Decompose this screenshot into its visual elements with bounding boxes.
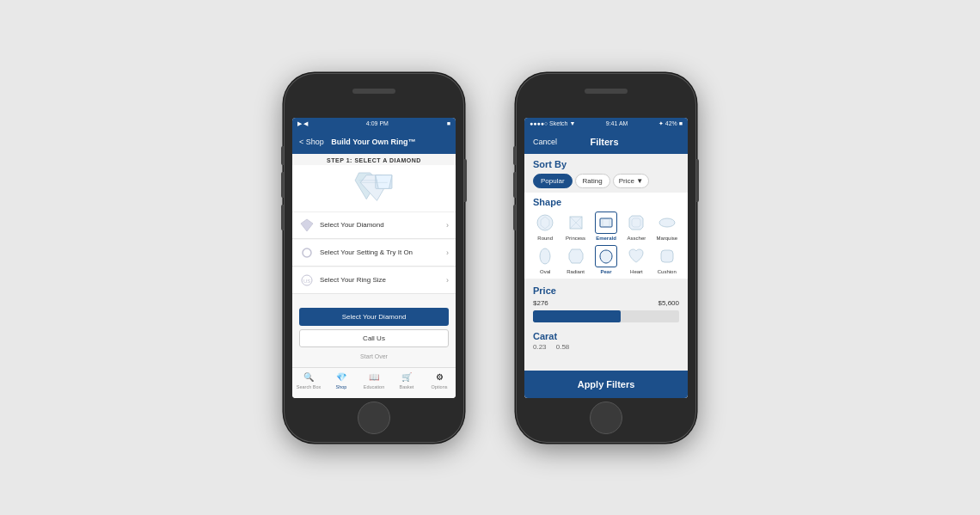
sort-price-button[interactable]: Price ▼ [613, 174, 649, 188]
scene: ▶ ◀ 4:09 PM ■ < Shop Build Your Own Ring… [0, 0, 980, 515]
ring-icon [299, 245, 315, 261]
shape-oval[interactable]: Oval [531, 245, 559, 274]
shape-cushion[interactable]: Cushion [653, 245, 681, 274]
basket-icon: 🛒 [401, 371, 413, 383]
cancel-button[interactable]: Cancel [533, 138, 557, 146]
tab-basket-label: Basket [400, 384, 414, 389]
phone-1-screen: ▶ ◀ 4:09 PM ■ < Shop Build Your Own Ring… [292, 118, 456, 398]
carat-min: 0.23 [533, 343, 547, 351]
shape-round[interactable]: Round [531, 212, 559, 241]
step-header: STEP 1: SELECT A DIAMOND [292, 154, 456, 165]
sort-by-title: Sort By [533, 159, 679, 169]
shape-grid: Round Princess [531, 212, 681, 274]
asscher-label: Asscher [628, 236, 646, 241]
tab-education-label: Education [364, 384, 384, 389]
shape-asscher[interactable]: Asscher [622, 212, 650, 241]
home-button-1[interactable] [358, 402, 390, 434]
svg-point-20 [659, 218, 675, 227]
menu-item-setting[interactable]: Select Your Setting & Try It On › [292, 240, 456, 267]
price-range: $276 $5,600 [533, 299, 679, 307]
marquise-label: Marquise [656, 236, 677, 241]
menu-item-text-2: Select Your Setting & Try It On [320, 248, 441, 256]
select-diamond-button[interactable]: Select Your Diamond [299, 308, 449, 326]
chevron-right-icon-3: › [446, 276, 449, 285]
diamond-illustration [344, 169, 404, 207]
call-us-button[interactable]: Call Us [299, 329, 449, 347]
volume-up-button [281, 172, 284, 198]
sort-buttons: Popular Rating Price ▼ [533, 174, 679, 188]
sort-rating-button[interactable]: Rating [575, 174, 610, 188]
chevron-right-icon-2: › [446, 248, 449, 257]
cushion-label: Cushion [658, 269, 677, 274]
volume-up-button-2 [513, 172, 516, 198]
oval-shape-img [534, 245, 556, 267]
carat-values: 0.23 0.58 [533, 343, 679, 351]
shape-marquise[interactable]: Marquise [653, 212, 681, 241]
tab-shop[interactable]: 💎 Shop [325, 371, 358, 396]
phone-speaker [352, 89, 395, 94]
menu-item-size[interactable]: US Select Your Ring Size › [292, 267, 456, 294]
emerald-label: Emerald [596, 236, 616, 241]
volume-down-button-2 [513, 205, 516, 230]
svg-text:US: US [303, 279, 310, 284]
diamond-icon [299, 218, 315, 233]
price-title: Price [533, 285, 679, 296]
status-bar-1: ▶ ◀ 4:09 PM ■ [292, 118, 456, 130]
volume-down-button [281, 205, 284, 230]
princess-shape-img [565, 212, 587, 234]
menu-item-text-1: Select Your Diamond [320, 221, 441, 229]
status-right-2: ✦ 42% ■ [658, 120, 683, 127]
nav-back-button[interactable]: < Shop [299, 138, 324, 146]
tab-search-box[interactable]: 🔍 Search Box [292, 371, 325, 396]
shape-pear[interactable]: Pear [592, 245, 620, 274]
tab-basket[interactable]: 🛒 Basket [390, 371, 423, 396]
action-buttons: Select Your Diamond Call Us Start Over [292, 303, 456, 367]
princess-label: Princess [566, 236, 585, 241]
status-bar-2: ●●●●○ Sketch ▼ 9:41 AM ✦ 42% ■ [524, 118, 688, 130]
status-left-2: ●●●●○ Sketch ▼ [530, 120, 575, 126]
cushion-shape-img [656, 245, 678, 267]
pear-shape-img [595, 245, 617, 267]
heart-label: Heart [630, 269, 643, 274]
status-battery: ■ [447, 120, 450, 126]
svg-point-21 [540, 248, 550, 264]
tab-options[interactable]: ⚙ Options [423, 371, 456, 396]
filter-nav: Cancel Filters [524, 130, 688, 154]
svg-marker-6 [301, 219, 313, 231]
shape-title: Shape [531, 197, 681, 207]
apply-filters-button[interactable]: Apply Filters [524, 371, 688, 398]
round-shape-img [534, 212, 556, 234]
svg-point-10 [537, 215, 553, 230]
phone-1: ▶ ◀ 4:09 PM ■ < Shop Build Your Own Ring… [284, 73, 464, 443]
marquise-shape-img [656, 212, 678, 234]
shape-emerald[interactable]: Emerald [592, 212, 620, 241]
tab-options-label: Options [432, 384, 448, 389]
tab-education[interactable]: 📖 Education [358, 371, 390, 396]
sort-by-section: Sort By Popular Rating Price ▼ [524, 154, 688, 190]
price-slider[interactable] [533, 310, 679, 322]
shape-heart[interactable]: Heart [622, 245, 650, 274]
carat-title: Carat [533, 331, 679, 341]
status-time: 4:09 PM [366, 120, 389, 126]
tab-shop-label: Shop [336, 384, 347, 389]
pear-label: Pear [600, 269, 611, 274]
menu-item-diamond[interactable]: Select Your Diamond › [292, 212, 456, 239]
shape-princess[interactable]: Princess [561, 212, 589, 241]
phone-2-screen: ●●●●○ Sketch ▼ 9:41 AM ✦ 42% ■ Cancel Fi… [524, 118, 688, 398]
education-icon: 📖 [368, 371, 380, 383]
svg-point-7 [303, 248, 311, 257]
diamond-image [292, 165, 456, 212]
shape-radiant[interactable]: Radiant [561, 245, 589, 274]
nav-title-1: Build Your Own Ring™ [331, 138, 415, 146]
start-over-button[interactable]: Start Over [299, 351, 449, 362]
tab-search-box-label: Search Box [297, 384, 321, 389]
price-min: $276 [533, 299, 548, 307]
price-max: $5,600 [658, 299, 679, 307]
home-button-2[interactable] [590, 402, 622, 434]
svg-rect-15 [600, 218, 612, 227]
asscher-shape-img [625, 212, 647, 234]
phone-2: ●●●●○ Sketch ▼ 9:41 AM ✦ 42% ■ Cancel Fi… [516, 73, 696, 443]
heart-shape-img [625, 245, 647, 267]
sort-popular-button[interactable]: Popular [533, 174, 573, 188]
status-time-2: 9:41 AM [606, 120, 628, 126]
